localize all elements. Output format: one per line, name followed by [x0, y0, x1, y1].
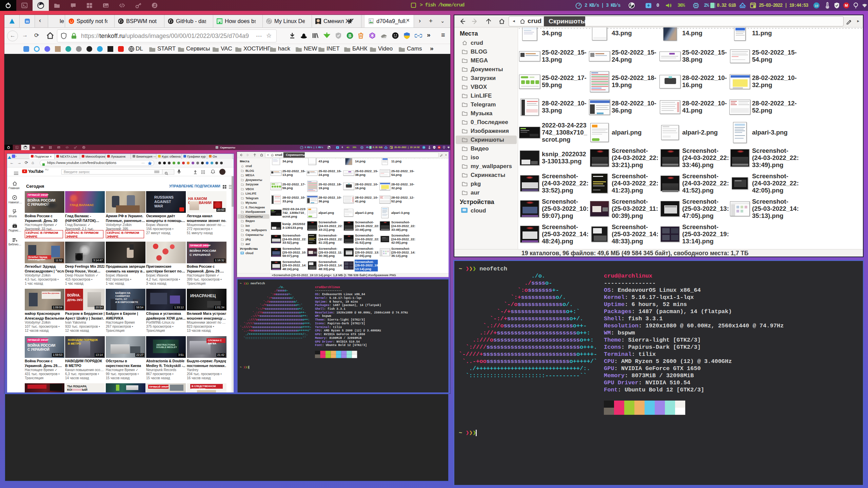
svg-text:10: 10 — [815, 4, 818, 7]
svg-text:m: m — [26, 20, 29, 23]
svg-text:M: M — [845, 3, 848, 7]
svg-text:B: B — [349, 34, 352, 38]
svg-text:M: M — [438, 146, 440, 148]
svg-text:10: 10 — [423, 147, 425, 148]
